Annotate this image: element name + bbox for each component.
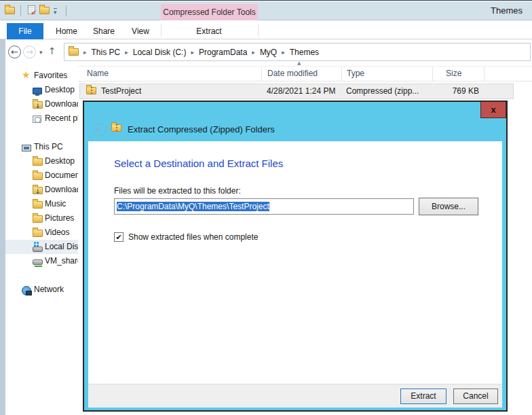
breadcrumb-programdata[interactable]: ProgramData [199, 48, 247, 57]
browse-button[interactable]: Browse... [419, 198, 478, 215]
dialog-back-button: ← [94, 123, 107, 136]
zip-folder-icon [111, 124, 121, 132]
sidebar-item-label: Pictures [45, 211, 74, 225]
sidebar-item-label: Downloads [45, 183, 78, 197]
downloads-folder-icon [33, 187, 43, 194]
sort-ascending-icon[interactable]: ▲ [297, 60, 301, 66]
divider [20, 5, 21, 16]
sidebar-group-favorites[interactable]: ★ Favorites [5, 69, 78, 83]
extract-dialog: x ← Extract Compressed (Zipped) Folders … [83, 101, 508, 412]
window-title: Themes [491, 5, 522, 16]
sidebar-item-recent-places[interactable]: Recent places [5, 111, 78, 126]
cancel-button[interactable]: Cancel [453, 389, 498, 404]
sidebar-item-local-disk[interactable]: Local Disk [5, 240, 78, 254]
address-bar[interactable]: ▸ This PC ▸ Local Disk (C:) ▸ ProgramDat… [64, 43, 531, 61]
divider[interactable] [432, 67, 433, 82]
dialog-footer: Extract Cancel [88, 384, 502, 408]
up-button[interactable]: ↑ [48, 46, 56, 56]
destination-label: Files will be extracted to this folder: [114, 186, 241, 196]
tab-file[interactable]: File [7, 23, 43, 39]
sidebar-item-label: Desktop [45, 154, 75, 168]
divider[interactable] [484, 67, 484, 82]
breadcrumb-local-disk[interactable]: Local Disk (C:) [133, 48, 187, 57]
tab-home[interactable]: Home [50, 23, 83, 39]
sidebar-item-label: Documents [45, 168, 78, 183]
dialog-heading: Select a Destination and Extract Files [114, 158, 283, 169]
column-header-row: Name Date modified Type Size [78, 66, 532, 82]
star-icon: ★ [22, 70, 31, 79]
recent-locations-dropdown-icon[interactable]: ▾ [39, 49, 43, 56]
column-header-date-modified[interactable]: Date modified [267, 69, 318, 78]
sidebar-item-desktop[interactable]: Desktop [5, 83, 78, 97]
title-bar: ▾ Compressed Folder Tools Themes [0, 1, 532, 20]
breadcrumb-folder-icon [69, 48, 79, 56]
tab-view[interactable]: View [125, 23, 156, 39]
sidebar-item-vm-shared[interactable]: VM_shared [5, 254, 78, 268]
extract-button[interactable]: Extract [400, 389, 446, 404]
folder-icon [33, 173, 43, 180]
window-edge [0, 39, 5, 415]
zip-folder-icon [86, 87, 96, 94]
breadcrumb-arrow-icon: ▸ [191, 49, 194, 56]
sidebar-item-downloads[interactable]: Downloads [5, 97, 78, 111]
show-files-checkbox-label[interactable]: Show extracted files when complete [128, 232, 258, 242]
sidebar-item-pictures[interactable]: Pictures [5, 211, 78, 225]
sidebar-item-pc-downloads[interactable]: Downloads [5, 183, 78, 197]
videos-folder-icon [33, 230, 43, 237]
network-globe-icon [22, 286, 31, 295]
sidebar-group-this-pc[interactable]: This PC [5, 140, 78, 154]
sidebar-group-network[interactable]: Network [5, 283, 78, 297]
sidebar-item-pc-desktop[interactable]: Desktop [5, 154, 78, 168]
computer-icon [22, 145, 31, 151]
qat-customize-dropdown-icon[interactable]: ▾ [54, 8, 57, 16]
column-header-size[interactable]: Size [446, 69, 461, 78]
breadcrumb-arrow-icon: ▸ [252, 49, 255, 56]
qat-new-folder-icon[interactable] [39, 7, 50, 14]
ribbon-tab-row: File Home Share View Extract [0, 20, 532, 39]
sidebar-item-label: Desktop [45, 83, 75, 97]
divider [66, 5, 66, 16]
sidebar-item-label: VM_shared [45, 254, 78, 268]
app-folder-icon [5, 7, 15, 14]
breadcrumb-themes[interactable]: Themes [290, 48, 319, 57]
show-files-checkbox[interactable]: ✔ [114, 232, 124, 242]
dialog-close-button[interactable]: x [480, 101, 506, 118]
divider [258, 24, 259, 37]
sidebar-item-label: Videos [45, 225, 69, 240]
file-name: TestProject [101, 86, 257, 96]
explorer-window: ▾ Compressed Folder Tools Themes File Ho… [0, 0, 532, 415]
divider[interactable] [261, 67, 262, 82]
pictures-folder-icon [33, 215, 43, 223]
sidebar-group-label: Favorites [34, 69, 67, 83]
file-row-testproject[interactable]: TestProject 4/28/2021 1:24 PM Compressed… [79, 84, 514, 99]
breadcrumb-myq[interactable]: MyQ [260, 48, 277, 57]
sidebar-item-documents[interactable]: Documents [5, 168, 78, 183]
sidebar-item-label: Downloads [45, 97, 78, 111]
sidebar-item-music[interactable]: Music [5, 197, 78, 211]
breadcrumb-this-pc[interactable]: This PC [92, 48, 121, 57]
column-header-name[interactable]: Name [87, 69, 109, 78]
back-button[interactable]: ← [8, 46, 21, 58]
sidebar-group-label: This PC [34, 140, 63, 154]
checkmark-icon: ✔ [115, 233, 121, 242]
monitor-icon [33, 88, 42, 94]
breadcrumb-arrow-icon: ▸ [125, 49, 128, 56]
sidebar-item-videos[interactable]: Videos [5, 225, 78, 240]
divider[interactable] [341, 67, 342, 82]
column-header-type[interactable]: Type [347, 69, 364, 78]
file-size: 769 KB [433, 86, 479, 96]
recent-places-icon [33, 115, 41, 123]
breadcrumb-arrow-icon: ▸ [83, 49, 87, 56]
disk-drive-icon [33, 247, 43, 252]
music-folder-icon [33, 201, 43, 209]
divider [161, 24, 162, 37]
tab-extract[interactable]: Extract [183, 23, 235, 39]
destination-path-input[interactable]: C:\ProgramData\MyQ\Themes\TestProject [114, 198, 414, 215]
sidebar-item-label: Music [45, 197, 66, 211]
tab-share[interactable]: Share [87, 23, 121, 39]
sidebar-group-label: Network [34, 283, 64, 297]
forward-button: → [23, 46, 36, 58]
dialog-body: Select a Destination and Extract Files F… [88, 141, 502, 384]
qat-properties-icon[interactable] [28, 5, 35, 14]
folder-icon [33, 158, 43, 166]
